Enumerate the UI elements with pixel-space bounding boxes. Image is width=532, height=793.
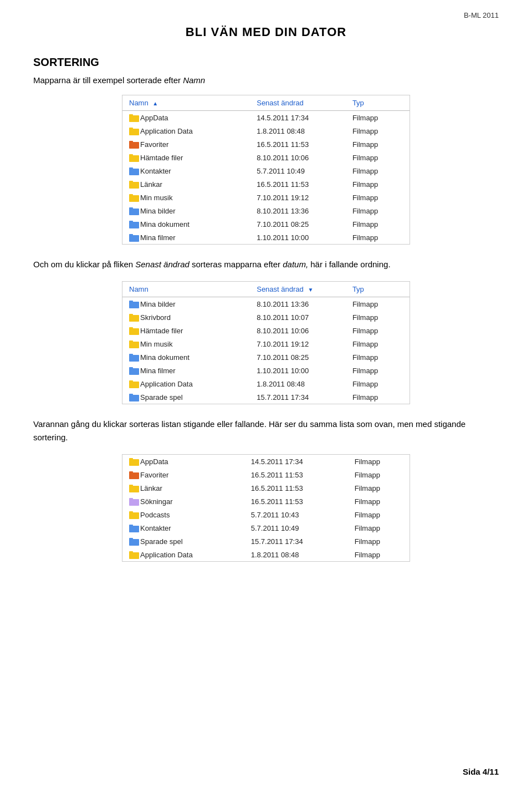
cell-type: Filmapp (346, 124, 410, 138)
cell-date: 7.10.2011 08:25 (250, 217, 346, 231)
table1-body: AppData14.5.2011 17:34Filmapp Applicatio… (122, 111, 410, 245)
table-row[interactable]: Favoriter16.5.2011 11:53Filmapp (122, 138, 410, 151)
table-row[interactable]: Mina bilder8.10.2011 13:36Filmapp (122, 204, 410, 217)
table-row[interactable]: AppData14.5.2011 17:34Filmapp (122, 455, 410, 468)
intro-text: Mapparna är till exempel sorterade efter… (33, 75, 499, 85)
cell-type: Filmapp (346, 151, 410, 164)
table-row[interactable]: Application Data1.8.2011 08:48Filmapp (122, 548, 410, 561)
cell-name: AppData (122, 111, 250, 124)
cell-type: Filmapp (348, 495, 410, 508)
middle-text: Och om du klickar på fliken Senast ändra… (33, 258, 499, 271)
table2-col-type-label: Typ (352, 285, 364, 293)
row-name-label: Sökningar (140, 497, 173, 506)
svg-rect-21 (129, 301, 133, 303)
table1-col-type[interactable]: Typ (346, 95, 410, 111)
svg-rect-23 (129, 314, 133, 316)
table-row[interactable]: Min musik7.10.2011 19:12Filmapp (122, 191, 410, 204)
cell-type: Filmapp (348, 481, 410, 495)
cell-type: Filmapp (346, 231, 410, 244)
table3-body: AppData14.5.2011 17:34Filmapp Favoriter1… (122, 455, 410, 561)
cell-type: Filmapp (346, 191, 410, 204)
cell-name: Kontakter (122, 164, 250, 177)
row-name-label: Mina filmer (140, 367, 176, 375)
table-row[interactable]: Sparade spel15.7.2011 17:34Filmapp (122, 535, 410, 548)
table2-col-namn[interactable]: Namn (122, 282, 250, 297)
svg-rect-13 (129, 194, 133, 196)
cell-name: Mina filmer (122, 364, 250, 377)
cell-name: Application Data (122, 124, 250, 138)
table2-col-type[interactable]: Typ (346, 282, 410, 297)
table-row[interactable]: Mina bilder8.10.2011 13:36Filmapp (122, 297, 410, 311)
table-row[interactable]: Länkar16.5.2011 11:53Filmapp (122, 177, 410, 191)
row-name-label: Application Data (140, 380, 193, 388)
row-name-label: Mina bilder (140, 207, 176, 215)
cell-name: Sparade spel (122, 535, 244, 548)
table-row[interactable]: Application Data1.8.2011 08:48Filmapp (122, 124, 410, 138)
table-row[interactable]: Länkar16.5.2011 11:53Filmapp (122, 481, 410, 495)
table-row[interactable]: Mina dokument7.10.2011 08:25Filmapp (122, 217, 410, 231)
row-name-label: Application Data (140, 551, 193, 559)
cell-type: Filmapp (348, 548, 410, 561)
cell-date: 7.10.2011 19:12 (250, 337, 346, 350)
cell-name: Hämtade filer (122, 324, 250, 337)
sort-arrow-up: ▲ (152, 100, 158, 106)
table1-col-namn-label: Namn (129, 99, 149, 107)
table1-col-date-label: Senast ändrad (257, 99, 304, 107)
middle-italic1: Senast ändrad (135, 260, 190, 269)
cell-name: Application Data (122, 548, 244, 561)
row-name-label: Podcasts (140, 511, 170, 519)
cell-date: 8.10.2011 10:06 (250, 324, 346, 337)
table-row[interactable]: Application Data1.8.2011 08:48Filmapp (122, 377, 410, 390)
table-row[interactable]: Podcasts5.7.2011 10:43Filmapp (122, 508, 410, 521)
svg-rect-15 (129, 207, 133, 210)
cell-date: 16.5.2011 11:53 (250, 177, 346, 191)
cell-type: Filmapp (346, 350, 410, 364)
table-row[interactable]: Mina dokument7.10.2011 08:25Filmapp (122, 350, 410, 364)
table-row[interactable]: Mina filmer1.10.2011 10:00Filmapp (122, 231, 410, 244)
svg-rect-17 (129, 221, 133, 223)
row-name-label: AppData (140, 114, 168, 122)
cell-date: 16.5.2011 11:53 (244, 495, 348, 508)
row-name-label: AppData (140, 458, 168, 466)
table1-col-date[interactable]: Senast ändrad (250, 95, 346, 111)
table3-wrapper: AppData14.5.2011 17:34Filmapp Favoriter1… (122, 454, 410, 562)
svg-rect-9 (129, 167, 133, 170)
cell-type: Filmapp (346, 138, 410, 151)
intro-italic: Namn (183, 75, 205, 85)
cell-date: 1.8.2011 08:48 (244, 548, 348, 561)
table-row[interactable]: Hämtade filer8.10.2011 10:06Filmapp (122, 151, 410, 164)
svg-rect-43 (129, 498, 133, 500)
table2-col-date[interactable]: Senast ändrad ▼ (250, 282, 346, 297)
table-row[interactable]: Skrivbord8.10.2011 10:07Filmapp (122, 311, 410, 324)
middle-italic2: datum, (283, 260, 308, 269)
table-row[interactable]: Min musik7.10.2011 19:12Filmapp (122, 337, 410, 350)
cell-name: Skrivbord (122, 311, 250, 324)
cell-date: 1.10.2011 10:00 (250, 364, 346, 377)
table-row[interactable]: Favoriter16.5.2011 11:53Filmapp (122, 468, 410, 481)
middle-text-part2: sorteras mapparna efter (192, 260, 280, 269)
table1-wrapper: Namn ▲ Senast ändrad Typ AppData14.5.201… (122, 95, 410, 245)
cell-name: Mina bilder (122, 297, 250, 311)
table-row[interactable]: Hämtade filer8.10.2011 10:06Filmapp (122, 324, 410, 337)
cell-type: Filmapp (348, 455, 410, 468)
table-row[interactable]: Kontakter5.7.2011 10:49Filmapp (122, 521, 410, 535)
row-name-label: Sparade spel (140, 537, 183, 546)
svg-rect-27 (129, 340, 133, 343)
row-name-label: Mina bilder (140, 300, 176, 308)
table-row[interactable]: Kontakter5.7.2011 10:49Filmapp (122, 164, 410, 177)
cell-type: Filmapp (346, 164, 410, 177)
row-name-label: Länkar (140, 180, 162, 189)
table-row[interactable]: Sparade spel15.7.2011 17:34Filmapp (122, 390, 410, 404)
cell-type: Filmapp (346, 324, 410, 337)
table2: Namn Senast ändrad ▼ Typ Mina bilder8.10… (122, 282, 410, 404)
svg-rect-47 (129, 525, 133, 527)
table1: Namn ▲ Senast ändrad Typ AppData14.5.201… (122, 95, 410, 244)
table-row[interactable]: Mina filmer1.10.2011 10:00Filmapp (122, 364, 410, 377)
row-name-label: Länkar (140, 484, 162, 492)
svg-rect-5 (129, 141, 133, 143)
svg-rect-45 (129, 511, 133, 514)
row-name-label: Favoriter (140, 140, 168, 149)
table-row[interactable]: AppData14.5.2011 17:34Filmapp (122, 111, 410, 125)
table-row[interactable]: Sökningar16.5.2011 11:53Filmapp (122, 495, 410, 508)
table1-col-namn[interactable]: Namn ▲ (122, 95, 250, 111)
